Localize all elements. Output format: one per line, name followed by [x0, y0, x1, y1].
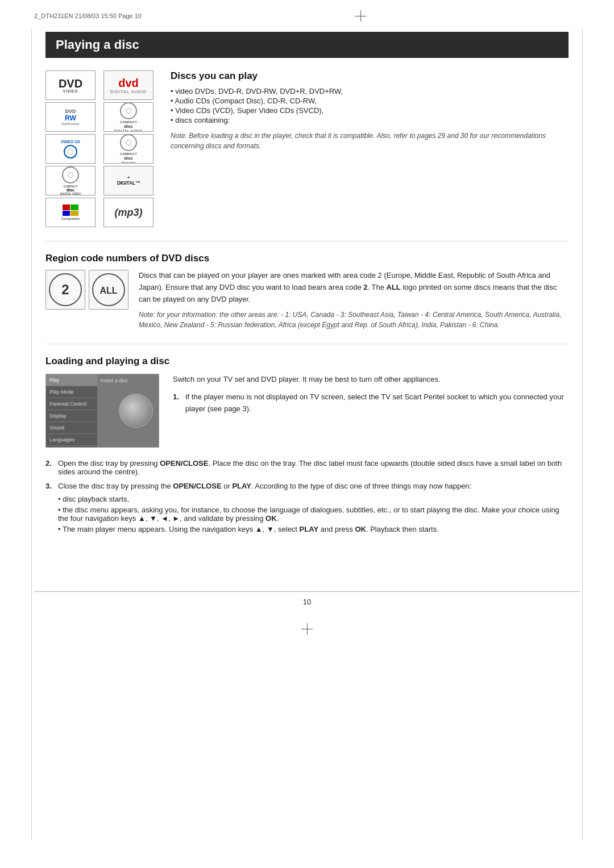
logo-digital: ✦ DIGITAL™: [103, 166, 154, 195]
discs-note: Note: Before loading a disc in the playe…: [171, 131, 569, 151]
crosshair-bottom: [301, 623, 313, 635]
disc-bullet-3: Video CDs (VCD), Super Video CDs (SVCD),: [171, 106, 569, 115]
disc-info-text: Discs you can play video DVDs, DVD-R, DV…: [171, 70, 569, 227]
page-container: 2_DTH231EN 21/08/03 15:50 Page 10 Playin…: [0, 0, 614, 868]
logo-compact-disc-photoview: COMPACT disc Photoview: [103, 134, 154, 164]
region-logos: 2 ALL: [45, 270, 128, 330]
step-3-text: Close the disc tray by pressing the OPEN…: [58, 482, 471, 490]
step-2-text: Open the disc tray by pressing OPEN/CLOS…: [58, 459, 569, 476]
divider-2: [45, 344, 569, 344]
open-close-bold-1: OPEN/CLOSE: [160, 459, 208, 468]
disc-bullet-4: discs containing:: [171, 115, 569, 125]
loading-steps: Switch on your TV set and DVD player. It…: [173, 374, 569, 448]
menu-item-parental: Parental Control: [46, 398, 97, 410]
divider-1: [45, 241, 569, 241]
dvd-menu-main-area: Insert a disc: [97, 374, 159, 447]
step3-bullet-1: disc playback starts,: [58, 494, 569, 504]
step3-bullet-2: the disc menu appears, asking you, for i…: [58, 504, 569, 524]
header-meta: 2_DTH231EN 21/08/03 15:50 Page 10: [0, 0, 614, 26]
svg-text:2: 2: [61, 282, 69, 297]
play-bold: PLAY: [232, 482, 251, 490]
bottom-meta: [0, 617, 614, 640]
region-text-block: Discs that can be played on your player …: [139, 270, 569, 330]
menu-item-playmode: Play Mode: [46, 386, 97, 398]
dvd-menu-screenshot: Play Play Mode Parental Control Display …: [45, 374, 159, 448]
step-3-number: 3.: [45, 482, 55, 490]
open-close-bold-2: OPEN/CLOSE: [173, 482, 221, 490]
page-number: 10: [0, 592, 614, 617]
logo-region-2: 2: [45, 270, 85, 310]
menu-item-sound: Sound: [46, 422, 97, 434]
disc-logos-grid: DVD VIDEO dvd DIGITAL AUDIO DVD RW: [45, 70, 159, 227]
loading-heading: Loading and playing a disc: [45, 356, 569, 367]
insert-disc-label: Insert a disc: [101, 378, 128, 383]
step3-bullet-3: The main player menu appears. Using the …: [58, 524, 569, 535]
section-discs: DVD VIDEO dvd DIGITAL AUDIO DVD RW: [45, 70, 569, 227]
step-3-bullets: disc playback starts, the disc menu appe…: [58, 494, 569, 535]
step-2: 2. Open the disc tray by pressing OPEN/C…: [45, 459, 569, 476]
logo-compact-disc-audio: COMPACT disc DIGITAL AUDIO: [103, 102, 154, 132]
discs-bullet-list: video DVDs, DVD-R, DVD-RW, DVD+R, DVD+RW…: [171, 86, 569, 125]
logo-dvd-plain: dvd DIGITAL AUDIO: [103, 70, 154, 100]
step-3: 3. Close the disc tray by pressing the O…: [45, 482, 569, 490]
svg-text:ALL: ALL: [99, 286, 117, 295]
logo-mp3: (mp3): [103, 198, 154, 227]
logo-region-all: ALL: [89, 270, 128, 310]
step-1-text: If the player menu is not displayed on T…: [185, 391, 569, 415]
region-body: Discs that can be played on your player …: [139, 270, 569, 305]
loading-content: Play Play Mode Parental Control Display …: [45, 374, 569, 448]
logo-windows-compatible: Compatible: [45, 198, 96, 227]
menu-item-play: Play: [46, 374, 97, 386]
right-rule: [582, 28, 583, 840]
logo-dvd-video: DVD VIDEO: [45, 70, 96, 100]
step-1: 1. If the player menu is not displayed o…: [173, 391, 569, 415]
disc-bullet-2: Audio CDs (Compact Disc), CD-R, CD-RW,: [171, 96, 569, 106]
logo-video-cd: VIDEO CD: [45, 134, 96, 164]
disc-circle-graphic: [119, 394, 153, 428]
logo-digital-video: COMPACT disc DIGITAL VIDEO: [45, 166, 96, 195]
page-title: Playing a disc: [45, 32, 569, 58]
menu-item-display: Display: [46, 410, 97, 422]
region-note: Note: for your information: the other ar…: [139, 310, 569, 330]
logo-dvd-rw: DVD RW ReWritable: [45, 102, 96, 132]
meta-text: 2_DTH231EN 21/08/03 15:50 Page 10: [34, 12, 142, 19]
section-loading: Loading and playing a disc Play Play Mod…: [45, 356, 569, 535]
menu-item-languages: Languages: [46, 434, 97, 446]
discs-heading: Discs you can play: [171, 70, 569, 82]
step-2-number: 2.: [45, 459, 55, 476]
left-rule: [31, 28, 32, 840]
section-region: Region code numbers of DVD discs 2: [45, 253, 569, 330]
disc-bullet-1: video DVDs, DVD-R, DVD-RW, DVD+R, DVD+RW…: [171, 86, 569, 96]
region-heading: Region code numbers of DVD discs: [45, 253, 569, 264]
dvd-menu-sidebar: Play Play Mode Parental Control Display …: [46, 374, 97, 447]
region-content: 2 ALL Discs that can be played on your p…: [45, 270, 569, 330]
main-content: Playing a disc DVD VIDEO dvd DIGITAL AUD…: [0, 26, 614, 574]
step-1-number: 1.: [173, 391, 182, 415]
loading-intro: Switch on your TV set and DVD player. It…: [173, 374, 569, 386]
crosshair-top: [355, 10, 366, 22]
